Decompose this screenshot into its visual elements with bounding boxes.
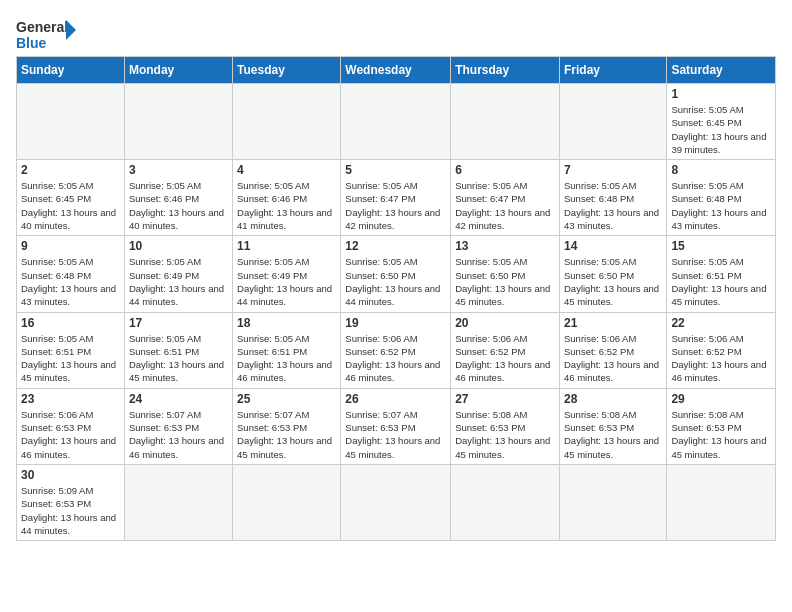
day-info: Sunrise: 5:05 AMSunset: 6:51 PMDaylight:… <box>237 332 336 385</box>
svg-marker-2 <box>66 20 76 40</box>
day-number: 11 <box>237 239 336 253</box>
day-number: 2 <box>21 163 120 177</box>
calendar-cell: 24Sunrise: 5:07 AMSunset: 6:53 PMDayligh… <box>124 388 232 464</box>
calendar-cell: 22Sunrise: 5:06 AMSunset: 6:52 PMDayligh… <box>667 312 776 388</box>
calendar-cell: 27Sunrise: 5:08 AMSunset: 6:53 PMDayligh… <box>451 388 560 464</box>
day-number: 25 <box>237 392 336 406</box>
calendar-cell <box>559 464 666 540</box>
day-number: 7 <box>564 163 662 177</box>
day-number: 27 <box>455 392 555 406</box>
day-info: Sunrise: 5:05 AMSunset: 6:49 PMDaylight:… <box>129 255 228 308</box>
calendar-cell: 13Sunrise: 5:05 AMSunset: 6:50 PMDayligh… <box>451 236 560 312</box>
day-number: 24 <box>129 392 228 406</box>
calendar-body: 1Sunrise: 5:05 AMSunset: 6:45 PMDaylight… <box>17 84 776 541</box>
calendar-cell: 19Sunrise: 5:06 AMSunset: 6:52 PMDayligh… <box>341 312 451 388</box>
day-info: Sunrise: 5:07 AMSunset: 6:53 PMDaylight:… <box>237 408 336 461</box>
week-row-6: 30Sunrise: 5:09 AMSunset: 6:53 PMDayligh… <box>17 464 776 540</box>
calendar-cell: 3Sunrise: 5:05 AMSunset: 6:46 PMDaylight… <box>124 160 232 236</box>
calendar-cell: 2Sunrise: 5:05 AMSunset: 6:45 PMDaylight… <box>17 160 125 236</box>
day-number: 28 <box>564 392 662 406</box>
calendar-cell: 4Sunrise: 5:05 AMSunset: 6:46 PMDaylight… <box>233 160 341 236</box>
day-header-wednesday: Wednesday <box>341 57 451 84</box>
day-info: Sunrise: 5:05 AMSunset: 6:46 PMDaylight:… <box>129 179 228 232</box>
calendar-cell: 28Sunrise: 5:08 AMSunset: 6:53 PMDayligh… <box>559 388 666 464</box>
day-info: Sunrise: 5:06 AMSunset: 6:52 PMDaylight:… <box>671 332 771 385</box>
day-number: 5 <box>345 163 446 177</box>
calendar-cell: 11Sunrise: 5:05 AMSunset: 6:49 PMDayligh… <box>233 236 341 312</box>
calendar: SundayMondayTuesdayWednesdayThursdayFrid… <box>16 56 776 541</box>
calendar-cell <box>451 84 560 160</box>
calendar-cell: 6Sunrise: 5:05 AMSunset: 6:47 PMDaylight… <box>451 160 560 236</box>
calendar-cell <box>667 464 776 540</box>
day-info: Sunrise: 5:05 AMSunset: 6:47 PMDaylight:… <box>455 179 555 232</box>
day-number: 13 <box>455 239 555 253</box>
day-number: 17 <box>129 316 228 330</box>
week-row-1: 1Sunrise: 5:05 AMSunset: 6:45 PMDaylight… <box>17 84 776 160</box>
day-info: Sunrise: 5:05 AMSunset: 6:51 PMDaylight:… <box>671 255 771 308</box>
calendar-cell: 7Sunrise: 5:05 AMSunset: 6:48 PMDaylight… <box>559 160 666 236</box>
calendar-cell: 12Sunrise: 5:05 AMSunset: 6:50 PMDayligh… <box>341 236 451 312</box>
day-info: Sunrise: 5:05 AMSunset: 6:51 PMDaylight:… <box>21 332 120 385</box>
day-info: Sunrise: 5:06 AMSunset: 6:53 PMDaylight:… <box>21 408 120 461</box>
day-info: Sunrise: 5:05 AMSunset: 6:50 PMDaylight:… <box>455 255 555 308</box>
day-header-thursday: Thursday <box>451 57 560 84</box>
day-info: Sunrise: 5:08 AMSunset: 6:53 PMDaylight:… <box>564 408 662 461</box>
logo: General Blue <box>16 16 76 52</box>
calendar-cell: 16Sunrise: 5:05 AMSunset: 6:51 PMDayligh… <box>17 312 125 388</box>
day-info: Sunrise: 5:05 AMSunset: 6:49 PMDaylight:… <box>237 255 336 308</box>
day-number: 9 <box>21 239 120 253</box>
day-info: Sunrise: 5:05 AMSunset: 6:48 PMDaylight:… <box>671 179 771 232</box>
day-number: 21 <box>564 316 662 330</box>
day-number: 4 <box>237 163 336 177</box>
day-info: Sunrise: 5:06 AMSunset: 6:52 PMDaylight:… <box>345 332 446 385</box>
calendar-cell <box>124 84 232 160</box>
logo-svg: General Blue <box>16 16 76 52</box>
day-info: Sunrise: 5:08 AMSunset: 6:53 PMDaylight:… <box>455 408 555 461</box>
calendar-cell <box>233 84 341 160</box>
svg-text:General: General <box>16 19 68 35</box>
calendar-cell <box>451 464 560 540</box>
day-info: Sunrise: 5:05 AMSunset: 6:48 PMDaylight:… <box>564 179 662 232</box>
day-info: Sunrise: 5:05 AMSunset: 6:50 PMDaylight:… <box>345 255 446 308</box>
day-number: 22 <box>671 316 771 330</box>
day-number: 29 <box>671 392 771 406</box>
day-info: Sunrise: 5:06 AMSunset: 6:52 PMDaylight:… <box>564 332 662 385</box>
calendar-cell: 30Sunrise: 5:09 AMSunset: 6:53 PMDayligh… <box>17 464 125 540</box>
days-header-row: SundayMondayTuesdayWednesdayThursdayFrid… <box>17 57 776 84</box>
day-info: Sunrise: 5:05 AMSunset: 6:46 PMDaylight:… <box>237 179 336 232</box>
calendar-cell <box>341 84 451 160</box>
day-number: 6 <box>455 163 555 177</box>
day-header-monday: Monday <box>124 57 232 84</box>
calendar-header: SundayMondayTuesdayWednesdayThursdayFrid… <box>17 57 776 84</box>
day-info: Sunrise: 5:07 AMSunset: 6:53 PMDaylight:… <box>345 408 446 461</box>
day-info: Sunrise: 5:05 AMSunset: 6:50 PMDaylight:… <box>564 255 662 308</box>
day-info: Sunrise: 5:08 AMSunset: 6:53 PMDaylight:… <box>671 408 771 461</box>
calendar-cell <box>233 464 341 540</box>
calendar-cell: 14Sunrise: 5:05 AMSunset: 6:50 PMDayligh… <box>559 236 666 312</box>
day-info: Sunrise: 5:07 AMSunset: 6:53 PMDaylight:… <box>129 408 228 461</box>
day-header-saturday: Saturday <box>667 57 776 84</box>
calendar-cell <box>341 464 451 540</box>
day-number: 1 <box>671 87 771 101</box>
day-number: 19 <box>345 316 446 330</box>
week-row-3: 9Sunrise: 5:05 AMSunset: 6:48 PMDaylight… <box>17 236 776 312</box>
calendar-cell: 10Sunrise: 5:05 AMSunset: 6:49 PMDayligh… <box>124 236 232 312</box>
day-number: 30 <box>21 468 120 482</box>
day-header-friday: Friday <box>559 57 666 84</box>
calendar-cell: 23Sunrise: 5:06 AMSunset: 6:53 PMDayligh… <box>17 388 125 464</box>
day-number: 12 <box>345 239 446 253</box>
calendar-cell: 8Sunrise: 5:05 AMSunset: 6:48 PMDaylight… <box>667 160 776 236</box>
week-row-2: 2Sunrise: 5:05 AMSunset: 6:45 PMDaylight… <box>17 160 776 236</box>
day-number: 23 <box>21 392 120 406</box>
day-number: 26 <box>345 392 446 406</box>
day-number: 20 <box>455 316 555 330</box>
day-number: 16 <box>21 316 120 330</box>
week-row-4: 16Sunrise: 5:05 AMSunset: 6:51 PMDayligh… <box>17 312 776 388</box>
calendar-cell <box>559 84 666 160</box>
header: General Blue <box>16 16 776 52</box>
calendar-cell: 18Sunrise: 5:05 AMSunset: 6:51 PMDayligh… <box>233 312 341 388</box>
day-number: 3 <box>129 163 228 177</box>
day-info: Sunrise: 5:05 AMSunset: 6:45 PMDaylight:… <box>21 179 120 232</box>
calendar-cell: 17Sunrise: 5:05 AMSunset: 6:51 PMDayligh… <box>124 312 232 388</box>
day-header-tuesday: Tuesday <box>233 57 341 84</box>
